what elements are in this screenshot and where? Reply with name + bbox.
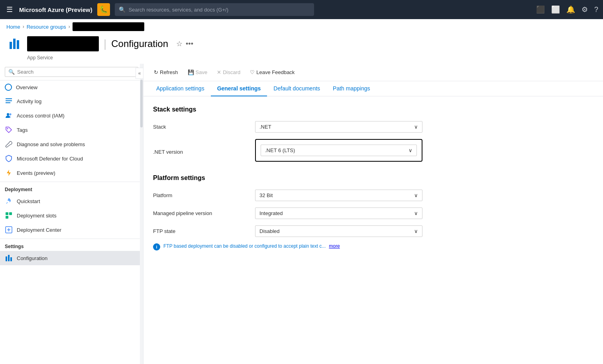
sidebar-item-configuration[interactable]: Configuration xyxy=(0,251,143,265)
breadcrumb-sep-1: › xyxy=(23,24,24,29)
sidebar-search[interactable]: 🔍 xyxy=(5,67,138,77)
save-button[interactable]: 💾 Save xyxy=(184,67,212,78)
sidebar-item-quickstart[interactable]: Quickstart xyxy=(0,194,143,208)
shield-icon xyxy=(5,155,13,162)
heart-icon: ♡ xyxy=(250,69,255,75)
sidebar-item-tags[interactable]: Tags xyxy=(0,123,143,137)
terminal-icon[interactable]: ⬛ xyxy=(536,5,545,14)
favorite-icon[interactable]: ☆ xyxy=(176,39,183,48)
config-icon xyxy=(5,254,13,262)
topbar: ☰ Microsoft Azure (Preview) 🐛 🔍 ⬛ ⬜ 🔔 ⚙ … xyxy=(0,0,603,19)
sidebar-search-input[interactable] xyxy=(17,69,135,75)
settings-nav-icon[interactable]: ⚙ xyxy=(581,5,588,14)
page-icon xyxy=(6,36,22,52)
stack-control: .NET ∨ xyxy=(255,121,422,133)
bolt-icon xyxy=(5,169,13,177)
global-search[interactable]: 🔍 xyxy=(115,3,314,16)
people-icon xyxy=(5,112,13,119)
sidebar-item-overview[interactable]: Overview xyxy=(0,80,143,94)
refresh-button[interactable]: ↻ Refresh xyxy=(150,67,182,78)
platform-row: Platform 32 Bit ∨ xyxy=(153,190,593,201)
sidebar-scrollbar[interactable] xyxy=(140,64,143,364)
platform-value: 32 Bit xyxy=(259,192,273,198)
svg-point-4 xyxy=(10,114,12,115)
net-version-row: .NET version .NET 6 (LTS) ∨ xyxy=(153,139,593,165)
refresh-icon: ↻ xyxy=(154,69,158,75)
save-label: Save xyxy=(196,69,208,75)
sidebar-label-activity-log: Activity log xyxy=(17,98,41,104)
stack-settings-title: Stack settings xyxy=(153,106,593,113)
sidebar-label-overview: Overview xyxy=(16,84,37,90)
search-icon: 🔍 xyxy=(119,6,126,13)
feedback-button[interactable]: ♡ Leave Feedback xyxy=(246,67,299,78)
sidebar-item-defender[interactable]: Microsoft Defender for Cloud xyxy=(0,151,143,166)
bug-icon[interactable]: 🐛 xyxy=(97,3,110,16)
discard-label: Discard xyxy=(223,69,240,75)
tab-default-documents[interactable]: Default documents xyxy=(267,81,326,96)
more-options-icon[interactable]: ••• xyxy=(186,40,193,48)
ftp-select[interactable]: Disabled ∨ xyxy=(255,225,422,237)
app-title: Microsoft Azure (Preview) xyxy=(19,6,92,13)
stack-value: .NET xyxy=(259,124,271,130)
sidebar-item-deployment-slots[interactable]: Deployment slots xyxy=(0,208,143,223)
sidebar-item-events[interactable]: Events (preview) xyxy=(0,166,143,180)
page-header: | Configuration ☆ ••• xyxy=(0,34,603,55)
header-divider: | xyxy=(104,37,106,50)
sidebar-label-deployment-center: Deployment Center xyxy=(17,227,61,233)
breadcrumb-resource-groups[interactable]: Resource groups xyxy=(27,24,66,30)
pipeline-select[interactable]: Integrated ∨ xyxy=(255,207,422,219)
sidebar-collapse-button[interactable]: « xyxy=(136,68,143,79)
sidebar-item-activity-log[interactable]: Activity log xyxy=(0,94,143,108)
page-header-actions: ☆ ••• xyxy=(176,39,193,48)
net-version-highlight: .NET 6 (LTS) ∨ xyxy=(255,139,422,162)
main-layout: 🔍 « Overview Activity log Access control… xyxy=(0,64,603,364)
feedback-label: Leave Feedback xyxy=(256,69,295,75)
slots-icon xyxy=(5,211,13,219)
ftp-row: FTP state Disabled ∨ xyxy=(153,225,593,237)
stack-select[interactable]: .NET ∨ xyxy=(255,121,422,133)
ftp-value: Disabled xyxy=(259,228,280,234)
sidebar-label-events: Events (preview) xyxy=(17,170,55,176)
breadcrumb-home[interactable]: Home xyxy=(6,24,20,30)
global-search-input[interactable] xyxy=(129,7,310,13)
tab-application-settings[interactable]: Application settings xyxy=(150,81,211,96)
stack-chevron-icon: ∨ xyxy=(414,124,418,130)
pipeline-chevron-icon: ∨ xyxy=(414,210,418,216)
sidebar-item-diagnose[interactable]: Diagnose and solve problems xyxy=(0,137,143,151)
toolbar: ↻ Refresh 💾 Save ✕ Discard ♡ Leave Feedb… xyxy=(143,64,603,81)
sidebar-label-configuration: Configuration xyxy=(17,255,47,261)
svg-rect-1 xyxy=(6,100,12,101)
ftp-more-link[interactable]: more xyxy=(329,243,340,249)
net-version-control: .NET 6 (LTS) ∨ xyxy=(255,139,422,165)
sidebar-item-access-control[interactable]: Access control (IAM) xyxy=(0,108,143,123)
tag-icon xyxy=(5,126,13,134)
ftp-info-row: i FTP based deployment can be disabled o… xyxy=(153,243,593,250)
globe-icon xyxy=(5,84,12,91)
discard-icon: ✕ xyxy=(217,69,221,75)
tab-path-mappings[interactable]: Path mappings xyxy=(326,81,376,96)
sidebar-label-deployment-slots: Deployment slots xyxy=(17,213,57,219)
net-version-value: .NET 6 (LTS) xyxy=(265,147,295,153)
breadcrumb-redacted xyxy=(73,22,144,31)
sidebar-section-settings: Settings xyxy=(0,239,143,251)
platform-chevron-icon: ∨ xyxy=(414,192,418,198)
ftp-control: Disabled ∨ xyxy=(255,225,422,237)
sidebar-label-quickstart: Quickstart xyxy=(17,198,40,204)
sidebar-item-deployment-center[interactable]: Deployment Center xyxy=(0,223,143,237)
bell-icon[interactable]: 🔔 xyxy=(566,5,575,14)
net-version-select[interactable]: .NET 6 (LTS) ∨ xyxy=(261,145,417,156)
feedback-nav-icon[interactable]: ⬜ xyxy=(551,5,560,14)
stack-row: Stack .NET ∨ xyxy=(153,121,593,133)
net-version-chevron-icon: ∨ xyxy=(409,147,412,153)
resource-name-redacted xyxy=(27,36,99,51)
hamburger-icon[interactable]: ☰ xyxy=(5,4,14,16)
help-icon[interactable]: ? xyxy=(594,6,598,14)
stack-label: Stack xyxy=(153,124,249,130)
wrench-icon xyxy=(5,140,13,148)
content-area: ↻ Refresh 💾 Save ✕ Discard ♡ Leave Feedb… xyxy=(143,64,603,364)
sidebar-label-access-control: Access control (IAM) xyxy=(17,113,65,119)
tabs: Application settings General settings De… xyxy=(143,81,603,96)
tab-general-settings[interactable]: General settings xyxy=(211,81,267,96)
discard-button[interactable]: ✕ Discard xyxy=(213,67,244,78)
platform-select[interactable]: 32 Bit ∨ xyxy=(255,190,422,201)
